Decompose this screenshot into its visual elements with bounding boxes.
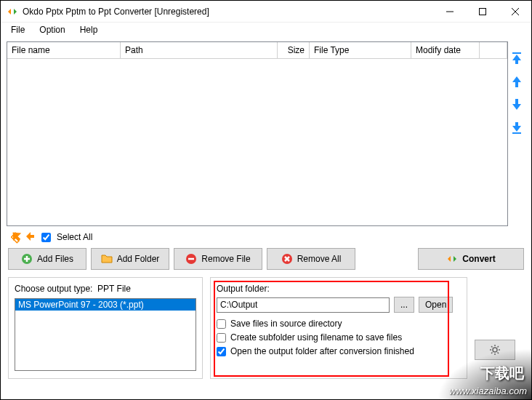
menubar: File Option Help (1, 23, 531, 37)
open-after-checkbox[interactable] (217, 347, 226, 356)
reorder-arrows (508, 41, 525, 226)
col-filetype[interactable]: File Type (310, 42, 411, 58)
maximize-icon (479, 8, 486, 15)
file-list-area: File name Path Size File Type Modify dat… (7, 41, 525, 226)
create-subfolder-label: Create subfolder using filename to save … (230, 332, 402, 343)
open-after-label: Open the output folder after conversion … (230, 346, 414, 356)
add-files-button[interactable]: Add Files (8, 248, 86, 270)
browse-button[interactable]: ... (394, 297, 414, 313)
remove-all-label: Remove All (297, 254, 342, 264)
bottom-panels: Choose output type: PPT File MS PowerPoi… (7, 270, 525, 379)
x-icon (281, 253, 293, 265)
menu-help[interactable]: Help (74, 23, 104, 36)
menu-option[interactable]: Option (33, 23, 70, 36)
add-files-label: Add Files (37, 254, 73, 264)
output-type-list[interactable]: MS PowerPoint 97 - 2003 (*.ppt) (15, 298, 196, 371)
col-filename[interactable]: File name (7, 42, 121, 58)
save-in-source-label: Save files in source directory (230, 319, 342, 329)
up-arrow-orange-icon (23, 231, 36, 244)
maximize-button[interactable] (466, 1, 499, 22)
action-button-row: Add Files Add Folder Remove File Remove … (7, 248, 525, 270)
highlight-box (214, 281, 449, 377)
minimize-icon (446, 8, 454, 15)
svg-rect-1 (479, 8, 485, 15)
settings-button[interactable] (475, 340, 515, 360)
move-down-icon[interactable] (511, 98, 523, 111)
settings-column (475, 277, 524, 379)
select-all-checkbox[interactable] (41, 233, 51, 242)
file-list-table[interactable]: File name Path Size File Type Modify dat… (7, 41, 508, 226)
file-list-header: File name Path Size File Type Modify dat… (7, 42, 507, 59)
remove-file-button[interactable]: Remove File (174, 248, 262, 270)
open-folder-button[interactable]: Open (419, 297, 453, 313)
save-in-source-checkbox[interactable] (217, 319, 226, 329)
remove-all-button[interactable]: Remove All (267, 248, 355, 270)
output-type-panel: Choose output type: PPT File MS PowerPoi… (8, 277, 203, 379)
convert-icon (446, 253, 458, 265)
select-all-label: Select All (57, 232, 92, 242)
create-subfolder-checkbox[interactable] (217, 333, 226, 343)
col-path[interactable]: Path (121, 42, 278, 58)
output-type-item[interactable]: MS PowerPoint 97 - 2003 (*.ppt) (15, 299, 196, 311)
move-top-icon[interactable] (511, 52, 523, 65)
col-modifydate[interactable]: Modify date (411, 42, 480, 58)
close-button[interactable] (499, 1, 531, 22)
output-folder-label: Output folder: (217, 284, 461, 294)
output-type-label: Choose output type: PPT File (15, 284, 196, 294)
svg-rect-4 (512, 52, 521, 54)
svg-point-9 (493, 348, 497, 352)
gear-icon (489, 344, 501, 356)
convert-button[interactable]: Convert (418, 248, 524, 270)
menu-file[interactable]: File (5, 23, 31, 36)
add-folder-button[interactable]: Add Folder (91, 248, 169, 270)
convert-label: Convert (462, 254, 495, 264)
titlebar: Okdo Pptx Pptm to Ppt Converter [Unregis… (1, 1, 531, 23)
col-size[interactable]: Size (278, 42, 310, 58)
window-title: Okdo Pptx Pptm to Ppt Converter [Unregis… (23, 7, 433, 17)
col-spacer (480, 42, 507, 58)
select-all-row: Select All (7, 226, 525, 248)
remove-file-label: Remove File (201, 254, 250, 264)
plus-icon (21, 253, 33, 265)
app-icon (7, 6, 18, 17)
move-up-icon[interactable] (511, 75, 523, 88)
add-folder-label: Add Folder (117, 254, 160, 264)
close-icon (512, 8, 519, 15)
svg-rect-5 (512, 132, 521, 134)
minimize-button[interactable] (433, 1, 466, 22)
folder-icon (101, 253, 113, 265)
output-folder-panel: Output folder: ... Open Save files in so… (210, 277, 467, 379)
move-bottom-icon[interactable] (511, 121, 523, 135)
minus-icon (185, 253, 197, 265)
output-folder-input[interactable] (217, 297, 390, 313)
